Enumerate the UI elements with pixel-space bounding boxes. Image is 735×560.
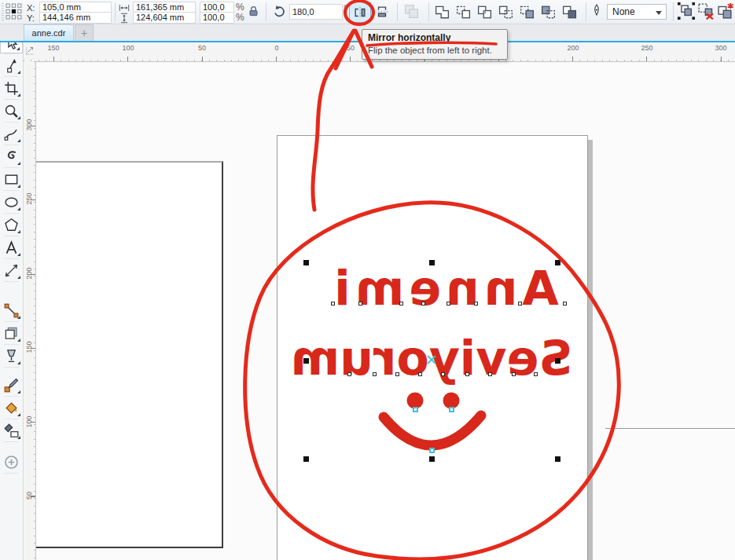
flyout-arrow-icon: [17, 47, 20, 50]
separator: [4, 473, 19, 474]
ungroup-objects-icon[interactable]: [697, 2, 715, 20]
outline-width-dropdown[interactable]: None: [607, 4, 667, 20]
tooltip-body: Flip the object from left to right.: [368, 46, 502, 55]
flyout-arrow-icon: [17, 413, 20, 416]
flyout-arrow-icon: [17, 361, 20, 364]
group-tools-group: [678, 2, 734, 20]
object-height-field[interactable]: 124,604 mm: [133, 12, 196, 24]
separator: [428, 2, 429, 21]
weld-icon[interactable]: [433, 3, 450, 20]
tooltip: Mirror horizontally Flip the object from…: [362, 29, 508, 60]
outline-width-value: None: [612, 6, 635, 17]
smiley-mouth[interactable]: [384, 415, 481, 445]
ruler-label: 250: [25, 192, 33, 205]
smiley-eye-left[interactable]: [407, 393, 424, 409]
ruler-label: 300: [25, 119, 33, 131]
polygon-tool[interactable]: [0, 214, 23, 236]
flyout-arrow-icon: [17, 230, 20, 233]
simplify-icon[interactable]: [497, 3, 514, 20]
separator: [266, 2, 266, 21]
object-width-icon: [119, 2, 130, 13]
application-window: X: 105,0 mm Y: 144,146 mm 161,365 mm 124…: [0, 0, 735, 560]
separator: [673, 2, 674, 21]
drop-shadow-tool[interactable]: [0, 322, 23, 344]
degree-sign: °: [344, 4, 347, 13]
dimension-tool[interactable]: [0, 259, 23, 281]
flyout-arrow-icon: [17, 276, 20, 279]
object-origin-selector[interactable]: [6, 3, 22, 20]
percent-sign: %: [236, 13, 244, 22]
flyout-arrow-icon: [17, 162, 20, 165]
separator: [115, 2, 116, 21]
add-tools-button[interactable]: [0, 451, 23, 473]
separator: [586, 2, 586, 21]
rotation-angle-field[interactable]: 180,0: [289, 4, 343, 20]
fill-tool[interactable]: [0, 397, 23, 419]
create-boundary-icon[interactable]: [560, 3, 578, 20]
flyout-arrow-icon: [17, 116, 20, 119]
ruler-label: 250: [641, 44, 652, 52]
ruler-label: 150: [25, 341, 33, 353]
color-eyedropper-tool[interactable]: [0, 374, 23, 396]
mirror-vertically-button[interactable]: [372, 2, 392, 21]
flyout-arrow-icon: [17, 185, 20, 188]
ruler-label: 100: [122, 44, 134, 52]
back-minus-front-icon[interactable]: [539, 3, 557, 20]
toolbox: [0, 24, 24, 560]
zoom-tool[interactable]: [0, 100, 23, 122]
flyout-arrow-icon: [17, 339, 20, 342]
canvas[interactable]: Annemi Seviyorum: [36, 61, 735, 560]
smart-drawing-tool[interactable]: [0, 145, 23, 167]
y-position-field[interactable]: 144,146 mm: [39, 12, 112, 24]
outline-width-icon: [590, 4, 603, 16]
ungroup-all-objects-icon[interactable]: [717, 2, 734, 20]
transparency-tool[interactable]: [0, 345, 23, 367]
ruler-label: 150: [47, 44, 59, 52]
flyout-arrow-icon: [17, 139, 20, 142]
tooltip-title: Mirror horizontally: [368, 32, 502, 43]
outline-pen-tool[interactable]: [0, 419, 23, 441]
intersect-icon[interactable]: [476, 3, 493, 20]
flyout-arrow-icon: [17, 390, 20, 393]
vertical-ruler[interactable]: 30025020015010050: [24, 61, 36, 560]
rectangle-tool[interactable]: [0, 168, 23, 190]
x-label: X:: [27, 3, 35, 13]
mirror-horizontally-button[interactable]: [349, 2, 371, 23]
property-bar: X: 105,0 mm Y: 144,146 mm 161,365 mm 124…: [0, 0, 735, 24]
ruler-label: 100: [25, 415, 33, 428]
ruler-origin-icon[interactable]: [25, 44, 35, 58]
ruler-label: 200: [25, 267, 33, 280]
ruler-label: 0: [274, 44, 278, 52]
separator: [397, 2, 398, 21]
plus-icon: +: [81, 27, 87, 39]
ruler-label: 200: [567, 44, 579, 52]
freehand-tool[interactable]: [0, 123, 23, 145]
combine-icon[interactable]: [403, 3, 420, 20]
trim-icon[interactable]: [454, 3, 472, 20]
shape-tool[interactable]: [0, 54, 23, 76]
new-document-tab-button[interactable]: +: [75, 24, 94, 41]
flyout-arrow-icon: [17, 253, 20, 256]
flyout-arrow-icon: [17, 207, 20, 210]
shaping-tools-group: [433, 3, 578, 20]
document-tab-label: anne.cdr: [32, 28, 66, 38]
text-tool[interactable]: [0, 236, 23, 258]
flyout-arrow-icon: [17, 71, 20, 74]
lock-ratio-icon[interactable]: [248, 5, 259, 17]
flyout-arrow-icon: [17, 436, 20, 439]
scale-v-field[interactable]: 100,0: [200, 12, 234, 24]
mirrored-text-line2[interactable]: Seviyorum: [286, 335, 577, 382]
flyout-arrow-icon: [17, 93, 20, 97]
group-objects-icon[interactable]: [678, 2, 695, 20]
connector-tool[interactable]: [0, 299, 23, 321]
mirror-vertical-icon: [375, 5, 389, 19]
ruler-label: 50: [198, 44, 206, 52]
ellipse-tool[interactable]: [0, 191, 23, 213]
chevron-down-icon: [656, 11, 662, 15]
crop-tool[interactable]: [0, 77, 23, 99]
front-minus-back-icon[interactable]: [518, 3, 535, 20]
mirrored-text-line1[interactable]: Annemi: [299, 265, 590, 312]
document-tab[interactable]: anne.cdr: [24, 24, 74, 41]
smiley-eye-right[interactable]: [443, 393, 460, 409]
y-label: Y:: [27, 13, 35, 23]
